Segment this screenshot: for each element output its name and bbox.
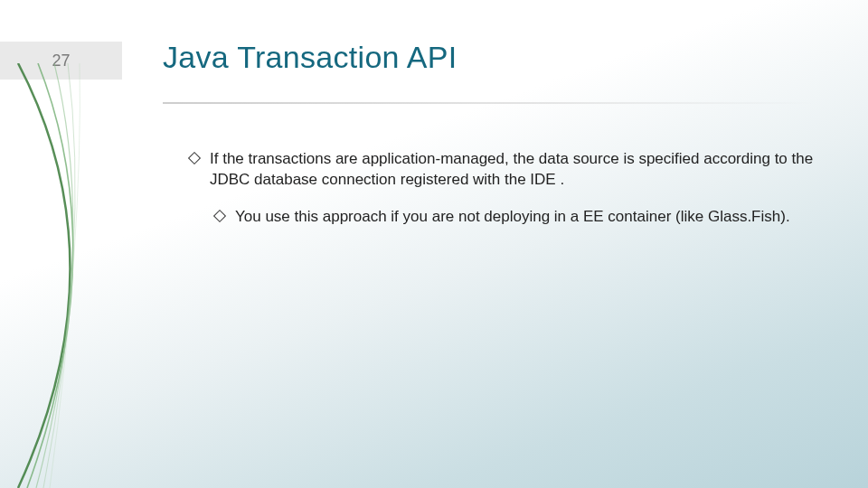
bullet-text: You use this approach if you are not dep… <box>235 208 790 225</box>
slide-title: Java Transaction API <box>163 40 457 75</box>
page-number: 27 <box>52 52 70 70</box>
bullet-level-1: If the transactions are application-mana… <box>190 149 823 191</box>
diamond-icon <box>188 152 201 164</box>
slide-content: If the transactions are application-mana… <box>190 149 823 228</box>
bullet-text: If the transactions are application-mana… <box>210 150 813 188</box>
slide: 27 Java Transaction API If the transacti… <box>0 0 868 488</box>
diamond-icon <box>213 210 226 222</box>
page-number-box: 27 <box>0 42 122 80</box>
decorative-curves <box>0 63 199 488</box>
bullet-level-2: You use this approach if you are not dep… <box>215 207 823 228</box>
title-underline <box>163 102 814 104</box>
